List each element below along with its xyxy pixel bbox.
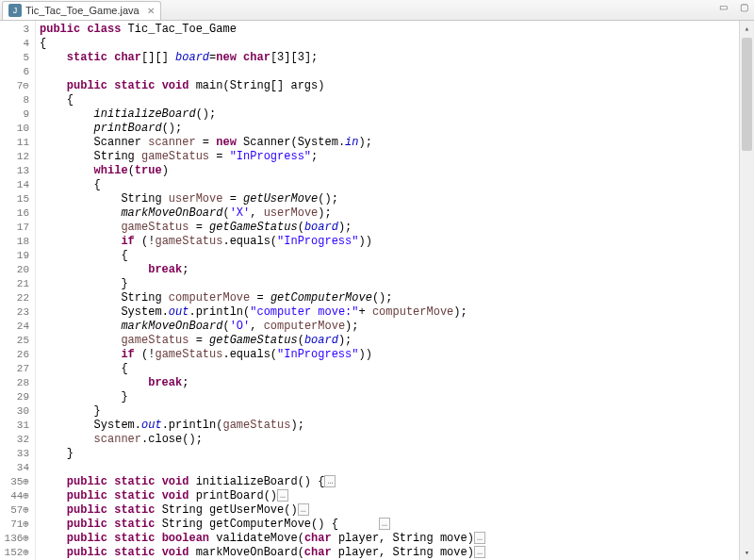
fold-indicator[interactable]: … [474, 532, 485, 544]
code-line: { [40, 362, 754, 376]
fold-indicator[interactable]: … [298, 503, 309, 516]
window-controls: ▭ ▢ [716, 2, 750, 12]
code-line: { [40, 93, 754, 107]
code-line: Scanner scanner = new Scanner(System.in)… [40, 136, 754, 150]
line-number: 22 [0, 291, 35, 305]
line-number: 9 [0, 107, 35, 122]
code-line: scanner.close(); [40, 433, 754, 447]
code-line: } [40, 277, 754, 291]
line-number: 26 [0, 348, 35, 362]
code-line: gameStatus = getGameStatus(board); [40, 334, 754, 348]
code-line: } [40, 447, 754, 461]
line-number: 3 [0, 23, 35, 37]
scroll-up-arrow[interactable]: ▴ [740, 21, 754, 36]
minimize-icon[interactable]: ▭ [716, 2, 729, 12]
code-line: break; [40, 376, 754, 390]
code-line: static char[][] board=new char[3][3]; [40, 51, 754, 65]
fold-indicator[interactable]: … [474, 546, 485, 558]
code-line: public static void markMoveOnBoard(char … [40, 546, 754, 560]
code-line: System.out.println("computer move:"+ com… [40, 305, 754, 320]
line-number: 25 [0, 334, 35, 348]
code-line: gameStatus = getGameStatus(board); [40, 221, 754, 235]
line-number: 16 [0, 206, 35, 221]
line-number: 15 [0, 192, 35, 206]
scroll-thumb[interactable] [742, 38, 752, 151]
code-line [40, 65, 754, 79]
line-number: 31 [0, 419, 35, 433]
code-line: printBoard(); [40, 122, 754, 136]
java-file-icon: J [8, 4, 22, 17]
close-tab-icon[interactable]: ✕ [147, 6, 155, 16]
line-number: 27 [0, 362, 35, 376]
line-number: 12 [0, 150, 35, 164]
code-line: public static boolean validateMove(char … [40, 532, 754, 546]
editor-area: 34567⊖8910111213141516171819202122232425… [0, 21, 754, 560]
tab-bar: J Tic_Tac_Toe_Game.java ✕ ▭ ▢ [0, 0, 754, 21]
line-number: 14 [0, 178, 35, 192]
line-number: 136⊕ [0, 532, 35, 546]
line-number: 44⊕ [0, 489, 35, 503]
code-line: markMoveOnBoard('X', userMove); [40, 206, 754, 221]
line-number: 34 [0, 461, 35, 475]
line-number: 24 [0, 320, 35, 334]
line-number: 4 [0, 37, 35, 51]
code-line: while(true) [40, 164, 754, 178]
code-line: public class Tic_Tac_Toe_Game [40, 23, 754, 37]
line-number: 11 [0, 136, 35, 150]
code-line: String gameStatus = "InProgress"; [40, 150, 754, 164]
line-number: 13 [0, 164, 35, 178]
line-number: 19 [0, 249, 35, 263]
gutter: 34567⊖8910111213141516171819202122232425… [0, 21, 36, 560]
line-number: 5 [0, 51, 35, 65]
maximize-icon[interactable]: ▢ [737, 2, 750, 12]
code-line: String userMove = getUserMove(); [40, 192, 754, 206]
code-line: markMoveOnBoard('O', computerMove); [40, 320, 754, 334]
line-number: 28 [0, 376, 35, 390]
line-number: 33 [0, 447, 35, 461]
code-line: if (!gameStatus.equals("InProgress")) [40, 348, 754, 362]
editor-tab[interactable]: J Tic_Tac_Toe_Game.java ✕ [2, 1, 161, 20]
scroll-down-arrow[interactable]: ▾ [740, 545, 754, 560]
line-number: 10 [0, 122, 35, 136]
tab-filename: Tic_Tac_Toe_Game.java [25, 5, 139, 16]
code-line: initializeBoard(); [40, 107, 754, 122]
code-line: } [40, 404, 754, 419]
line-number: 7⊖ [0, 79, 35, 93]
code-line: public static void initializeBoard() {… [40, 475, 754, 489]
line-number: 6 [0, 65, 35, 79]
line-number: 71⊕ [0, 518, 35, 532]
code-line: { [40, 178, 754, 192]
line-number: 29 [0, 390, 35, 404]
code-line: { [40, 37, 754, 51]
fold-indicator[interactable]: … [379, 518, 390, 530]
fold-indicator[interactable]: … [324, 475, 336, 487]
line-number: 17 [0, 221, 35, 235]
line-number: 23 [0, 305, 35, 320]
code-content[interactable]: public class Tic_Tac_Toe_Game{ static ch… [36, 21, 754, 560]
line-number: 8 [0, 93, 35, 107]
line-number: 57⊕ [0, 503, 35, 518]
code-line: if (!gameStatus.equals("InProgress")) [40, 235, 754, 249]
fold-indicator[interactable]: … [277, 489, 288, 502]
line-number: 152⊕ [0, 546, 35, 560]
line-number: 35⊕ [0, 475, 35, 489]
code-line: public static void printBoard()… [40, 489, 754, 503]
line-number: 20 [0, 263, 35, 277]
code-line [40, 461, 754, 475]
line-number: 30 [0, 404, 35, 419]
code-line: { [40, 249, 754, 263]
code-line: String computerMove = getComputerMove(); [40, 291, 754, 305]
line-number: 21 [0, 277, 35, 291]
line-number: 32 [0, 433, 35, 447]
code-line: public static void main(String[] args) [40, 79, 754, 93]
vertical-scrollbar[interactable]: ▴ ▾ [739, 21, 754, 560]
code-line: public static String getComputerMove() {… [40, 518, 754, 532]
code-line: } [40, 390, 754, 404]
code-line: System.out.println(gameStatus); [40, 419, 754, 433]
code-line: break; [40, 263, 754, 277]
code-line: public static String getUserMove()… [40, 503, 754, 518]
line-number: 18 [0, 235, 35, 249]
